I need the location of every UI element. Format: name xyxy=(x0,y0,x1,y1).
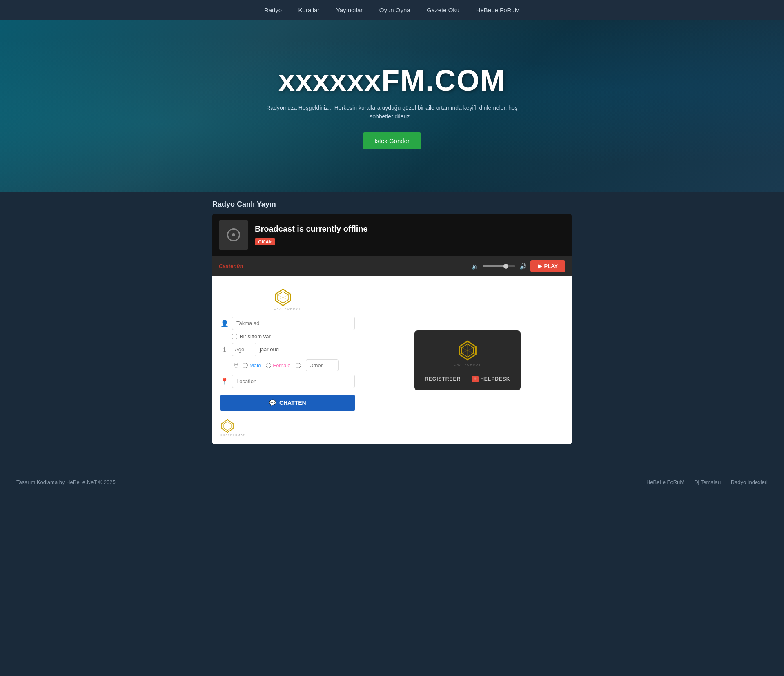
chat-button[interactable]: 💬 CHATTEN xyxy=(220,395,355,411)
password-checkbox[interactable] xyxy=(232,334,237,339)
right-buttons: REGISTREER HELPDESK xyxy=(421,374,513,384)
nav-yayincilar[interactable]: Yayıncılar xyxy=(336,7,363,13)
volume-up-icon: 🔊 xyxy=(519,263,526,270)
player-controls: Caster.fm 🔈 🔊 ▶ PLAY xyxy=(212,256,572,276)
radio-section-title: Radyo Canlı Yayın xyxy=(212,192,572,214)
password-checkbox-row: Bir şiftem var xyxy=(220,333,355,339)
site-footer: Tasarım Kodlama by HeBeLe.NeT © 2025 HeB… xyxy=(0,469,784,495)
footer-diamond-icon xyxy=(220,419,234,433)
chat-button-icon: 💬 xyxy=(269,399,276,406)
age-input[interactable] xyxy=(232,343,256,356)
casterfm-suffix: .fm xyxy=(235,263,243,269)
play-button[interactable]: ▶ PLAY xyxy=(530,260,565,272)
footer-link-hebele[interactable]: HeBeLe FoRuM xyxy=(646,479,684,485)
player-info: Broadcast is currently offline Off Air xyxy=(212,214,572,256)
nav-kurallar[interactable]: Kurallar xyxy=(298,7,320,13)
location-row: 📍 xyxy=(220,375,355,388)
nav-radyo[interactable]: Radyo xyxy=(264,7,282,13)
broadcast-status-text: Broadcast is currently offline xyxy=(255,224,565,234)
age-suffix-label: jaar oud xyxy=(260,346,279,353)
right-logo-sub: CHATFORMAT xyxy=(454,363,481,366)
svg-marker-6 xyxy=(223,422,232,431)
footer-link-dj[interactable]: Dj Temaları xyxy=(694,479,721,485)
password-checkbox-label: Bir şiftem var xyxy=(240,333,271,339)
chat-logo: CHATFORMAT xyxy=(274,288,302,310)
gender-other-option xyxy=(296,363,301,368)
off-air-badge: Off Air xyxy=(255,238,275,245)
hero-section: xxxxxxFM.COM Radyomuza Hoşgeldiniz... He… xyxy=(0,20,784,192)
play-triangle-icon: ▶ xyxy=(538,263,542,269)
istek-gonder-button[interactable]: İstek Gönder xyxy=(363,132,421,149)
casterfm-logo: Caster.fm xyxy=(219,263,243,269)
logo-diamond-icon xyxy=(274,288,292,306)
chat-panel: CHATFORMAT 👤 Bir şiftem var ℹ jaar oud ♾ xyxy=(212,276,363,444)
chat-button-label: CHATTEN xyxy=(279,399,306,406)
gender-male-option: Male xyxy=(243,362,261,368)
casterfm-text: Caster xyxy=(219,263,235,269)
nav-oyun-oyna[interactable]: Oyun Oyna xyxy=(379,7,410,13)
player-text: Broadcast is currently offline Off Air xyxy=(255,224,565,245)
panels-row: CHATFORMAT 👤 Bir şiftem var ℹ jaar oud ♾ xyxy=(212,276,572,444)
disc-icon xyxy=(227,228,240,241)
main-container: Radyo Canlı Yayın Broadcast is currently… xyxy=(204,192,580,461)
play-label: PLAY xyxy=(544,263,558,269)
helpdesk-label: HELPDESK xyxy=(480,376,510,382)
hero-content: xxxxxxFM.COM Radyomuza Hoşgeldiniz... He… xyxy=(261,64,523,149)
hero-title: xxxxxxFM.COM xyxy=(261,64,523,97)
radio-player: Broadcast is currently offline Off Air C… xyxy=(212,214,572,276)
right-panel: CHATFORMAT REGISTREER HELPDESK xyxy=(363,276,572,444)
helpdesk-button[interactable]: HELPDESK xyxy=(469,374,513,384)
logo-sub-text: CHATFORMAT xyxy=(274,307,302,310)
gender-male-radio[interactable] xyxy=(243,363,248,368)
footer-logo-text: CHATFORMAT xyxy=(220,434,245,436)
volume-knob[interactable] xyxy=(503,264,508,269)
volume-slider[interactable] xyxy=(483,265,515,267)
age-row: ℹ jaar oud xyxy=(220,343,355,356)
footer-copyright: Tasarım Kodlama by HeBeLe.NeT © 2025 xyxy=(16,479,116,485)
footer-link-radyo[interactable]: Radyo İndexleri xyxy=(731,479,768,485)
nav-gazete-oku[interactable]: Gazete Oku xyxy=(427,7,459,13)
chat-footer-logo: CHATFORMAT xyxy=(220,411,355,436)
hero-subtitle: Radyomuza Hoşgeldiniz... Herkesin kurall… xyxy=(261,104,523,121)
right-inner-box: CHATFORMAT REGISTREER HELPDESK xyxy=(414,330,521,390)
nickname-input[interactable] xyxy=(232,317,355,330)
main-nav: Radyo Kurallar Yayıncılar Oyun Oyna Gaze… xyxy=(0,0,784,20)
gender-female-label: Female xyxy=(273,362,290,368)
location-icon: 📍 xyxy=(220,377,229,385)
gender-female-option: Female xyxy=(266,362,290,368)
nav-hebele-forum[interactable]: HeBeLe FoRuM xyxy=(476,7,520,13)
gender-female-radio[interactable] xyxy=(266,363,271,368)
gender-other-input[interactable] xyxy=(306,359,339,371)
info-icon: ℹ xyxy=(220,346,229,353)
volume-mute-icon[interactable]: 🔈 xyxy=(472,263,479,270)
nickname-row: 👤 xyxy=(220,317,355,330)
gender-icon: ♾ xyxy=(232,361,240,369)
right-logo-diamond-icon xyxy=(457,340,478,361)
gender-other-radio[interactable] xyxy=(296,363,301,368)
location-input[interactable] xyxy=(232,375,355,388)
player-thumbnail xyxy=(219,220,248,250)
gender-male-label: Male xyxy=(249,362,261,368)
gender-row: ♾ Male Female xyxy=(220,359,355,371)
register-button[interactable]: REGISTREER xyxy=(421,374,464,384)
footer-links: HeBeLe FoRuM Dj Temaları Radyo İndexleri xyxy=(646,479,768,485)
user-icon: 👤 xyxy=(220,319,229,327)
